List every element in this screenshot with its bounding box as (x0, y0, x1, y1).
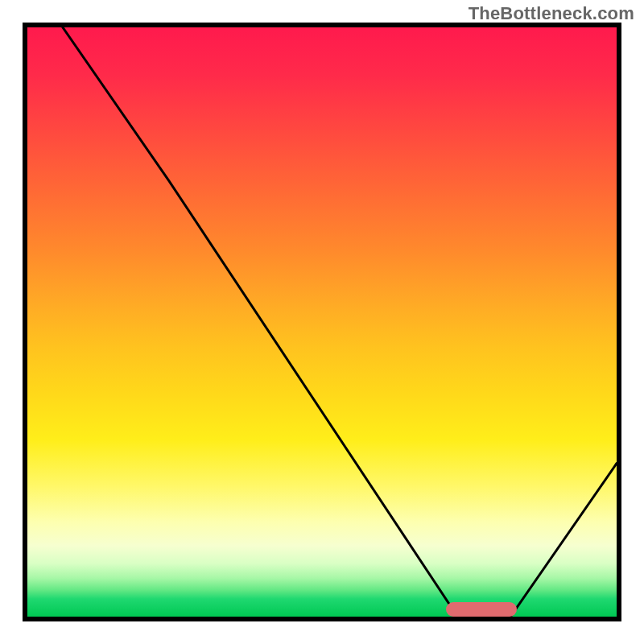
curve-line (63, 27, 617, 617)
chart-container: TheBottleneck.com (0, 0, 644, 644)
bottleneck-curve (27, 27, 617, 617)
watermark-text: TheBottleneck.com (469, 3, 634, 24)
optimal-range-marker (446, 602, 517, 617)
plot-frame (23, 23, 621, 621)
